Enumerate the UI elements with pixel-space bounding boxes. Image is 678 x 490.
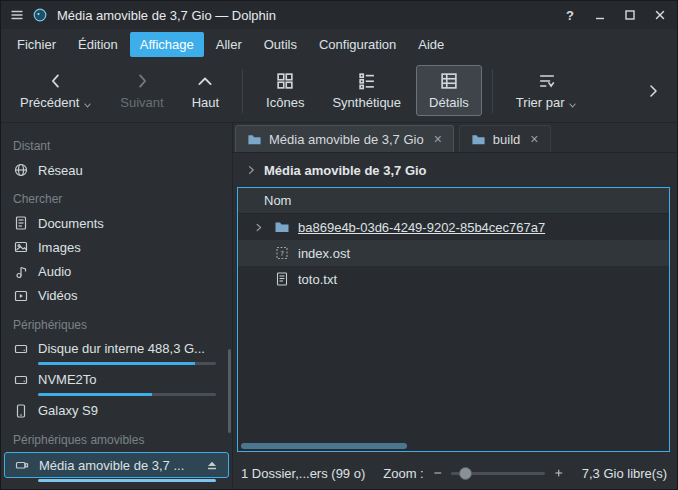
- compact-view-button[interactable]: Synthétique: [319, 65, 414, 116]
- tab-label: build: [493, 132, 520, 147]
- toolbar: Précédent Suivant Haut Icônes Synthétiqu…: [1, 59, 677, 123]
- menubar: Fichier Édition Affichage Aller Outils C…: [1, 29, 677, 59]
- icons-view-button[interactable]: Icônes: [253, 65, 317, 116]
- table-row[interactable]: toto.txt: [238, 266, 669, 292]
- places-panel: Distant Réseau Chercher Documents Images…: [1, 123, 233, 489]
- forward-label: Suivant: [120, 95, 163, 110]
- disk-usage-bar: [38, 362, 216, 365]
- icons-view-icon: [275, 71, 295, 91]
- horizontal-scrollbar[interactable]: [238, 440, 669, 451]
- menu-edition[interactable]: Édition: [68, 32, 128, 57]
- sort-by-label: Trier par: [516, 95, 565, 110]
- breadcrumb: Média amovible de 3,7 Gio: [233, 153, 677, 187]
- network-icon: [13, 162, 29, 178]
- sidebar-item-galaxy-s9[interactable]: Galaxy S9: [1, 399, 232, 423]
- documents-icon: [13, 215, 29, 231]
- minimize-button[interactable]: [591, 6, 609, 24]
- sidebar-item-network[interactable]: Réseau: [1, 158, 232, 182]
- file-view[interactable]: Nom ba869e4b-03d6-4249-9202-85b4cec767a7…: [237, 187, 670, 452]
- help-button[interactable]: ?: [561, 6, 579, 24]
- chevron-right-icon[interactable]: [245, 164, 257, 176]
- disk-usage-bar: [38, 479, 216, 482]
- content-area: Média amovible de 3,7 Gio × build × Médi…: [233, 123, 677, 489]
- videos-icon: [13, 288, 29, 304]
- view-wrapper: Nom ba869e4b-03d6-4249-9202-85b4cec767a7…: [233, 187, 677, 457]
- menu-aller[interactable]: Aller: [206, 32, 252, 57]
- forward-button[interactable]: Suivant: [107, 65, 176, 116]
- sidebar-item-label: Disque dur interne 488,3 G...: [38, 341, 205, 356]
- chevron-down-icon: [83, 101, 92, 110]
- expander-chevron-icon[interactable]: [250, 222, 266, 233]
- sort-by-button[interactable]: Trier par: [503, 65, 591, 116]
- sidebar-item-label: Réseau: [38, 163, 83, 178]
- unknown-file-icon: ?: [274, 245, 290, 261]
- sidebar-item-label: Documents: [38, 216, 104, 231]
- tab-label: Média amovible de 3,7 Gio: [269, 132, 424, 147]
- sidebar-item-label: Vidéos: [38, 288, 78, 303]
- zoom-slider[interactable]: [451, 466, 545, 480]
- back-button[interactable]: Précédent: [7, 65, 105, 116]
- tab-media-amovible[interactable]: Média amovible de 3,7 Gio ×: [235, 125, 454, 152]
- details-view-icon: [439, 71, 459, 91]
- zoom-in-icon[interactable]: [554, 467, 564, 479]
- sidebar-item-audio[interactable]: Audio: [1, 259, 232, 283]
- sidebar-item-nvme[interactable]: NVME2To: [1, 368, 232, 392]
- menu-outils[interactable]: Outils: [254, 32, 307, 57]
- tab-close-button[interactable]: ×: [530, 132, 538, 146]
- zoom-out-icon[interactable]: [433, 467, 443, 479]
- table-row[interactable]: ? index.ost: [238, 240, 669, 266]
- eject-button[interactable]: [205, 458, 219, 472]
- window-menu-icon[interactable]: [9, 7, 25, 23]
- zoom-label: Zoom :: [383, 466, 423, 481]
- text-file-icon: [274, 271, 290, 287]
- eject-icon: [205, 458, 219, 472]
- sidebar-item-documents[interactable]: Documents: [1, 211, 232, 235]
- tab-close-button[interactable]: ×: [434, 132, 442, 146]
- view-empty-area[interactable]: [238, 292, 669, 440]
- sidebar-item-images[interactable]: Images: [1, 235, 232, 259]
- sidebar-item-internal-disk[interactable]: Disque dur interne 488,3 G...: [1, 337, 232, 361]
- maximize-button[interactable]: [621, 6, 639, 24]
- section-removable: Périphériques amovibles: [1, 423, 232, 452]
- sidebar-item-videos[interactable]: Vidéos: [1, 284, 232, 308]
- dolphin-window: Média amovible de 3,7 Gio — Dolphin ? Fi…: [0, 0, 678, 490]
- harddisk-icon: [13, 372, 29, 388]
- file-name[interactable]: index.ost: [298, 246, 350, 261]
- section-devices: Périphériques: [1, 308, 232, 337]
- chevron-left-icon: [46, 71, 66, 91]
- statusbar: 1 Dossier,...ers (99 o) Zoom : 7,3 Gio l…: [233, 457, 677, 489]
- column-header-label: Nom: [264, 193, 291, 208]
- up-button[interactable]: Haut: [179, 65, 232, 116]
- sidebar-item-label: Média amovible de 3,7 ...: [39, 458, 184, 473]
- menu-affichage[interactable]: Affichage: [130, 32, 204, 57]
- audio-icon: [13, 264, 29, 280]
- tab-build[interactable]: build ×: [459, 125, 551, 152]
- file-name[interactable]: ba869e4b-03d6-4249-9202-85b4cec767a7: [298, 220, 545, 235]
- folder-icon: [471, 132, 486, 147]
- window-title: Média amovible de 3,7 Gio — Dolphin: [57, 8, 276, 23]
- menu-aide[interactable]: Aide: [408, 32, 454, 57]
- zoom-slider-handle[interactable]: [459, 467, 472, 480]
- toolbar-overflow-button[interactable]: [635, 83, 671, 99]
- file-name[interactable]: toto.txt: [298, 272, 337, 287]
- sidebar-scrollbar[interactable]: [228, 349, 231, 433]
- details-view-button[interactable]: Détails: [416, 65, 482, 116]
- compact-view-icon: [357, 71, 377, 91]
- menu-fichier[interactable]: Fichier: [7, 32, 66, 57]
- close-button[interactable]: [651, 6, 669, 24]
- harddisk-icon: [13, 341, 29, 357]
- chevron-right-icon: [645, 83, 661, 99]
- column-header-name[interactable]: Nom: [238, 188, 669, 214]
- details-view-label: Détails: [429, 95, 469, 110]
- scrollbar-thumb[interactable]: [241, 443, 407, 449]
- sort-icon: [537, 71, 557, 91]
- window-buttons: ?: [561, 6, 669, 24]
- chevron-down-icon: [568, 101, 577, 110]
- folder-icon: [274, 219, 290, 235]
- sidebar-item-label: NVME2To: [38, 372, 97, 387]
- menu-configuration[interactable]: Configuration: [309, 32, 406, 57]
- free-space-label: 7,3 Gio libre(s): [582, 466, 667, 481]
- breadcrumb-root[interactable]: Média amovible de 3,7 Gio: [264, 163, 427, 178]
- table-row[interactable]: ba869e4b-03d6-4249-9202-85b4cec767a7: [238, 214, 669, 240]
- sidebar-item-removable-media[interactable]: Média amovible de 3,7 ...: [4, 452, 229, 478]
